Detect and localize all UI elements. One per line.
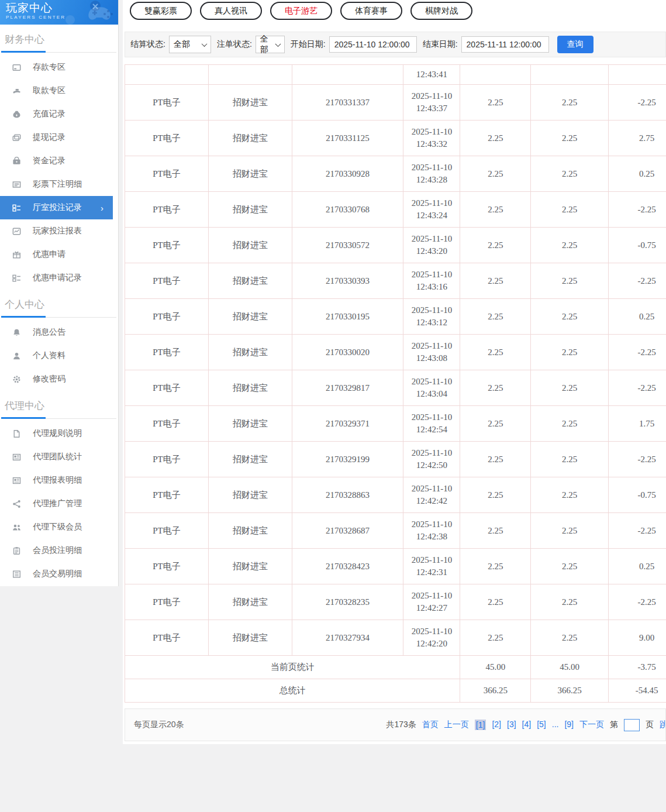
sidebar-item[interactable]: 代理推广管理 › [0, 492, 118, 515]
settle-status-label: 结算状态: [130, 39, 165, 50]
sidebar: 玩家中心 PLAYERS CENTER 财务中心 存款专区 › 取款专区 › [0, 0, 119, 586]
cell-platform: PT电子 [125, 263, 209, 299]
sidebar-item[interactable]: 代理下级会员 › [0, 515, 118, 539]
sidebar-item[interactable]: 个人资料 › [0, 344, 118, 367]
funds-record-icon [12, 157, 21, 166]
sidebar-item[interactable]: 优惠申请 › [0, 243, 118, 266]
game-tab[interactable]: 棋牌对战 [410, 2, 472, 20]
cell-winloss: -0.75 [609, 228, 666, 263]
sidebar-section-finance: 财务中心 存款专区 › 取款专区 › 充值记录 › 提现记录 [0, 25, 118, 290]
search-button[interactable]: 查询 [557, 36, 593, 53]
cell-platform: PT电子 [125, 620, 209, 656]
total-stats-label: 总统计 [125, 679, 460, 703]
cell-platform: PT电子 [125, 406, 209, 442]
sidebar-item-label: 个人资料 [33, 350, 65, 361]
sidebar-item[interactable]: 充值记录 › [0, 102, 118, 126]
cell-order-no: 2170328863 [292, 477, 404, 513]
cell-winloss: -2.25 [609, 335, 666, 370]
sidebar-item[interactable]: 存款专区 › [0, 56, 118, 79]
cell-valid-amount: 2.25 [531, 513, 609, 549]
cell-platform: PT电子 [125, 370, 209, 406]
cell-time: 2025-11-10 12:42:42 [403, 477, 460, 513]
cell-time: 2025-11-10 12:42:50 [403, 442, 460, 477]
cell-platform: PT电子 [125, 477, 209, 513]
sidebar-item[interactable]: 代理规则说明 › [0, 422, 118, 445]
sidebar-item-label: 代理团队统计 [33, 452, 82, 462]
next-page-link[interactable]: 下一页 [579, 720, 604, 730]
cell-game: 招财进宝 [209, 584, 292, 620]
sidebar-item[interactable]: 修改密码 › [0, 367, 118, 391]
sidebar-item-label: 优惠申请记录 [33, 273, 82, 283]
cell-valid-amount: 2.25 [531, 85, 609, 121]
game-tab[interactable]: 真人视讯 [200, 2, 262, 20]
sidebar-item[interactable]: 代理报表明细 › [0, 469, 118, 492]
sidebar-item[interactable]: 玩家投注报表 › [0, 219, 118, 243]
settle-status-select[interactable]: 全部 [169, 36, 211, 53]
cell-bet-amount: 2.25 [460, 370, 531, 406]
game-tab[interactable]: 雙赢彩票 [130, 2, 192, 20]
cell-order-no: 2170330928 [292, 156, 404, 192]
cell-platform: PT电子 [125, 442, 209, 477]
sidebar-item[interactable]: 取款专区 › [0, 79, 118, 102]
cell-valid-amount: 2.25 [531, 442, 609, 477]
page-number-link[interactable]: [2] [492, 720, 501, 730]
sidebar-item[interactable]: 会员投注明细 › [0, 539, 118, 562]
sidebar-item[interactable]: 代理团队统计 › [0, 445, 118, 469]
sidebar-section-personal: 个人中心 消息公告 › 个人资料 › 修改密码 › [0, 290, 118, 391]
first-page-link[interactable]: 首页 [422, 720, 439, 730]
cell-winloss: 1.75 [609, 406, 666, 442]
sidebar-item-label: 消息公告 [33, 327, 65, 338]
cell-time: 2025-11-10 12:42:54 [403, 406, 460, 442]
section-divider [1, 317, 116, 318]
sidebar-item-label: 玩家投注报表 [33, 226, 82, 236]
sidebar-item-label: 取款专区 [33, 85, 65, 96]
page-stats-row: 当前页统计 45.00 45.00 -3.75 [125, 656, 666, 679]
cell-bet-amount: 2.25 [460, 442, 531, 477]
cell-time: 2025-11-10 12:42:20 [403, 620, 460, 656]
jump-suffix: 页 [646, 720, 654, 730]
cell-valid-amount: 2.25 [531, 263, 609, 299]
page-stats-bet: 45.00 [460, 656, 531, 679]
table-row: PT电子 招财进宝 2170330195 2025-11-10 12:43:12… [125, 299, 666, 335]
section-title: 代理中心 [0, 391, 118, 413]
jump-prefix: 第 [610, 720, 618, 730]
sidebar-item[interactable]: 彩票下注明细 › [0, 173, 118, 196]
cell-order-no: 2170330768 [292, 192, 404, 228]
page-number-link[interactable]: [9] [564, 720, 574, 730]
jump-button[interactable]: 跳转 [660, 720, 666, 730]
sidebar-item[interactable]: 会员交易明细 › [0, 562, 118, 586]
page-number-link[interactable]: [4] [522, 720, 532, 730]
cell-valid-amount: 2.25 [531, 335, 609, 370]
cell-winloss: -2.25 [609, 192, 666, 228]
sidebar-item[interactable]: 提现记录 › [0, 126, 118, 149]
page-number-link[interactable]: [5] [537, 720, 546, 730]
sidebar-item[interactable]: 资金记录 › [0, 149, 118, 173]
cell-time: 2025-11-10 12:43:16 [403, 263, 460, 299]
order-status-select[interactable]: 全部 [256, 36, 285, 53]
sidebar-item[interactable]: 优惠申请记录 › [0, 266, 118, 290]
cell-bet-amount: 2.25 [460, 406, 531, 442]
cell-platform: PT电子 [125, 228, 209, 263]
cell-time: 2025-11-10 12:43:24 [403, 192, 460, 228]
end-date-input[interactable] [461, 36, 549, 53]
sidebar-item-label: 代理推广管理 [33, 498, 82, 509]
jump-page-input[interactable] [624, 719, 640, 731]
page-stats-winloss: -3.75 [609, 656, 666, 679]
cell-bet-amount: 2.25 [460, 477, 531, 513]
table-row: PT电子 招财进宝 2170328423 2025-11-10 12:42:31… [125, 549, 666, 584]
start-date-input[interactable] [329, 36, 417, 53]
cell-bet-amount: 2.25 [460, 299, 531, 335]
page-number-link[interactable]: [3] [507, 720, 516, 730]
cell-bet-amount: 2.25 [460, 263, 531, 299]
game-tab[interactable]: 体育赛事 [340, 2, 402, 20]
page-number-link[interactable]: ... [552, 720, 559, 730]
agent-team-icon [12, 453, 21, 462]
page-number-link[interactable]: [1] [475, 720, 486, 730]
sidebar-item[interactable]: 厅室投注记录 › [0, 196, 113, 219]
prev-page-link[interactable]: 上一页 [444, 720, 469, 730]
cell-valid-amount: 2.25 [531, 477, 609, 513]
cell-bet-amount: 2.25 [460, 549, 531, 584]
sidebar-item[interactable]: 消息公告 › [0, 321, 118, 344]
bet-records-table: 12:43:41 PT电子 招财进宝 2170331337 2025-11-10… [125, 64, 666, 703]
game-tab[interactable]: 电子游艺 [270, 2, 332, 20]
